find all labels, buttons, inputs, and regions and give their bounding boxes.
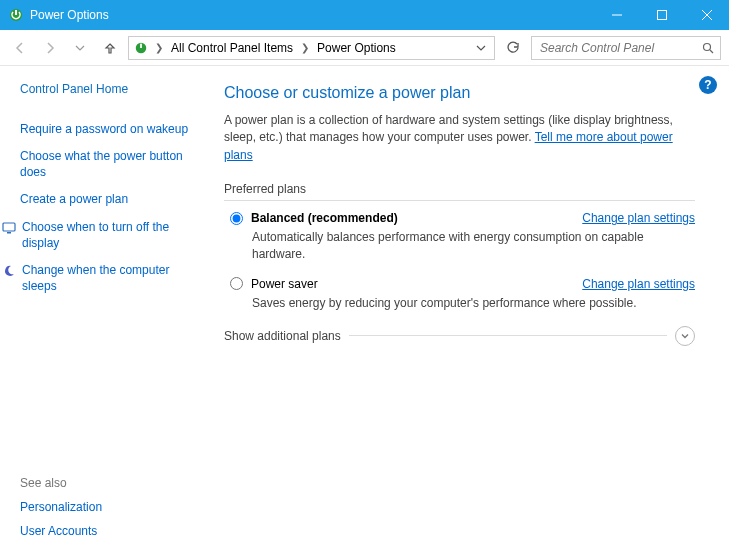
svg-rect-7 [140,43,142,47]
nav-row: ❯ All Control Panel Items ❯ Power Option… [0,30,729,66]
plan-balanced: Balanced (recommended) Change plan setti… [230,211,695,263]
divider [224,200,695,201]
svg-line-9 [710,50,713,53]
sidebar: Control Panel Home Require a password on… [0,66,210,556]
sidebar-item-label: Require a password on wakeup [20,122,188,138]
search-icon[interactable] [702,42,714,54]
sidebar-item-create-plan[interactable]: Create a power plan [20,192,202,208]
sidebar-item-require-password[interactable]: Require a password on wakeup [20,122,202,138]
seealso-label: Personalization [20,500,102,514]
plan-powersaver-radio[interactable] [230,277,243,290]
page-description: A power plan is a collection of hardware… [224,112,695,164]
titlebar: Power Options [0,0,729,30]
forward-button[interactable] [38,36,62,60]
chevron-right-icon[interactable]: ❯ [153,42,165,53]
help-button[interactable]: ? [699,76,717,94]
seealso-label: User Accounts [20,524,97,538]
sidebar-item-sleep[interactable]: Change when the computer sleeps [2,263,202,294]
svg-rect-3 [657,11,666,20]
show-additional-plans[interactable]: Show additional plans [224,329,341,343]
expand-button[interactable] [675,326,695,346]
search-box[interactable] [531,36,721,60]
search-input[interactable] [538,40,696,56]
control-panel-icon [133,40,149,56]
see-also-header: See also [20,476,202,490]
seealso-user-accounts[interactable]: User Accounts [20,524,202,538]
sidebar-item-label: Choose when to turn off the display [22,220,202,251]
plan-balanced-desc: Automatically balances performance with … [252,229,695,263]
address-dropdown-icon[interactable] [472,43,490,53]
svg-rect-1 [15,10,17,15]
plan-balanced-radio[interactable] [230,212,243,225]
divider [349,335,667,336]
close-button[interactable] [684,0,729,30]
sidebar-item-power-button[interactable]: Choose what the power button does [20,149,202,180]
address-bar[interactable]: ❯ All Control Panel Items ❯ Power Option… [128,36,495,60]
plan-powersaver-name[interactable]: Power saver [251,277,318,291]
sidebar-item-label: Create a power plan [20,192,128,208]
svg-rect-11 [7,232,11,234]
minimize-button[interactable] [594,0,639,30]
maximize-button[interactable] [639,0,684,30]
plan-powersaver: Power saver Change plan settings Saves e… [230,277,695,312]
refresh-button[interactable] [501,36,525,60]
plan-powersaver-settings-link[interactable]: Change plan settings [582,277,695,291]
power-options-icon [8,7,24,23]
moon-icon [2,264,16,278]
seealso-personalization[interactable]: Personalization [20,500,202,514]
sidebar-item-label: Change when the computer sleeps [22,263,202,294]
svg-point-8 [704,43,711,50]
chevron-right-icon[interactable]: ❯ [299,42,311,53]
display-icon [2,221,16,235]
sidebar-item-label: Control Panel Home [20,82,128,98]
breadcrumb-root[interactable]: All Control Panel Items [169,41,295,55]
preferred-plans-label: Preferred plans [224,182,695,196]
back-button[interactable] [8,36,32,60]
breadcrumb-current[interactable]: Power Options [315,41,398,55]
plan-balanced-settings-link[interactable]: Change plan settings [582,211,695,225]
control-panel-home-link[interactable]: Control Panel Home [20,82,202,98]
up-button[interactable] [98,36,122,60]
plan-balanced-name[interactable]: Balanced (recommended) [251,211,398,225]
sidebar-item-display-off[interactable]: Choose when to turn off the display [2,220,202,251]
sidebar-item-label: Choose what the power button does [20,149,202,180]
page-title: Choose or customize a power plan [224,84,695,102]
plan-powersaver-desc: Saves energy by reducing your computer's… [252,295,695,312]
svg-rect-10 [3,223,15,231]
recent-locations-button[interactable] [68,36,92,60]
window-title: Power Options [30,8,109,22]
content-pane: ? Choose or customize a power plan A pow… [210,66,729,556]
